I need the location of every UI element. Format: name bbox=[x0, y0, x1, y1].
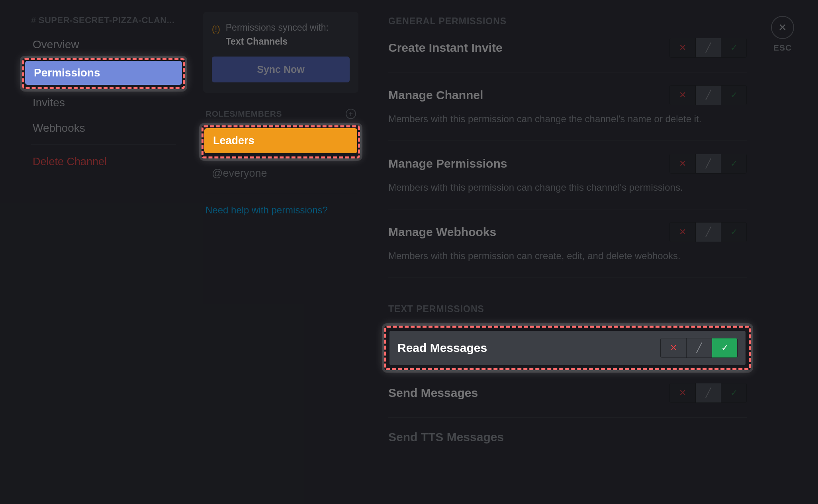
delete-channel-button[interactable]: Delete Channel bbox=[24, 150, 183, 174]
perm-pass-button[interactable]: ╱ bbox=[695, 154, 721, 173]
perm-title: Manage Permissions bbox=[388, 157, 507, 170]
perm-allow-button[interactable]: ✓ bbox=[721, 223, 746, 242]
perm-pass-button[interactable]: ╱ bbox=[695, 38, 721, 57]
channel-title: # SUPER-SECRET-PIZZA-CLAN... bbox=[24, 12, 183, 33]
perm-deny-button[interactable]: ✕ bbox=[661, 338, 686, 357]
perm-deny-button[interactable]: ✕ bbox=[670, 38, 695, 57]
text-permissions-heading: TEXT PERMISSIONS bbox=[388, 304, 747, 315]
perm-manage-permissions: Manage Permissions ✕ ╱ ✓ Members with th… bbox=[388, 154, 747, 196]
perm-title: Send Messages bbox=[388, 386, 478, 400]
perm-allow-button[interactable]: ✓ bbox=[721, 154, 746, 173]
permissions-panel: GENERAL PERMISSIONS Create Instant Invit… bbox=[388, 16, 747, 445]
perm-allow-button[interactable]: ✓ bbox=[712, 338, 737, 357]
perm-deny-button[interactable]: ✕ bbox=[670, 383, 695, 402]
perm-allow-button[interactable]: ✓ bbox=[721, 38, 746, 57]
perm-desc: Members with this permission can change … bbox=[388, 112, 731, 126]
role-item-leaders[interactable]: Leaders bbox=[204, 128, 357, 153]
highlight-read-messages: Read Messages ✕ ╱ ✓ bbox=[384, 326, 751, 370]
sidebar-item-overview[interactable]: Overview bbox=[24, 33, 183, 57]
perm-divider bbox=[388, 209, 747, 209]
perm-create-instant-invite: Create Instant Invite ✕ ╱ ✓ bbox=[388, 38, 747, 59]
roles-divider bbox=[205, 194, 357, 194]
perm-pass-button[interactable]: ╱ bbox=[695, 86, 721, 105]
perm-manage-webhooks: Manage Webhooks ✕ ╱ ✓ Members with this … bbox=[388, 222, 747, 265]
roles-heading: ROLES/MEMBERS bbox=[205, 109, 282, 119]
sidebar-divider bbox=[31, 144, 176, 145]
sync-now-button[interactable]: Sync Now bbox=[212, 57, 350, 82]
perm-read-messages: Read Messages ✕ ╱ ✓ bbox=[389, 331, 746, 365]
perm-desc: Members with this permission can change … bbox=[388, 181, 731, 195]
perm-toggle: ✕ ╱ ✓ bbox=[669, 154, 747, 174]
settings-sidebar: # SUPER-SECRET-PIZZA-CLAN... Overview Pe… bbox=[24, 12, 183, 174]
perm-desc: Members with this permission can create,… bbox=[388, 249, 731, 263]
perm-divider bbox=[388, 72, 747, 72]
close-button[interactable]: ✕ bbox=[771, 16, 794, 39]
perm-title: Manage Webhooks bbox=[388, 225, 496, 239]
perm-divider bbox=[388, 141, 747, 141]
help-permissions-link[interactable]: Need help with permissions? bbox=[203, 202, 358, 218]
perm-title: Send TTS Messages bbox=[388, 430, 504, 444]
sync-line: Permissions synced with: bbox=[226, 21, 329, 34]
add-role-button[interactable]: + bbox=[346, 109, 356, 119]
perm-allow-button[interactable]: ✓ bbox=[721, 383, 746, 402]
close-area: ✕ ESC bbox=[771, 16, 794, 53]
perm-toggle: ✕ ╱ ✓ bbox=[669, 38, 747, 58]
channel-name-text: SUPER-SECRET-PIZZA-CLAN... bbox=[39, 15, 175, 25]
roles-column: (!) Permissions synced with: Text Channe… bbox=[203, 12, 358, 218]
perm-deny-button[interactable]: ✕ bbox=[670, 154, 695, 173]
sync-category: Text Channels bbox=[226, 35, 329, 48]
perm-deny-button[interactable]: ✕ bbox=[670, 86, 695, 105]
warning-icon: (!) bbox=[212, 23, 220, 35]
perm-send-tts-messages: Send TTS Messages bbox=[388, 430, 747, 445]
perm-title: Create Instant Invite bbox=[388, 41, 503, 55]
sidebar-item-webhooks[interactable]: Webhooks bbox=[24, 116, 183, 140]
esc-label: ESC bbox=[771, 43, 794, 53]
hash-icon: # bbox=[31, 15, 36, 25]
general-permissions-heading: GENERAL PERMISSIONS bbox=[388, 16, 747, 27]
perm-send-messages: Send Messages ✕ ╱ ✓ bbox=[388, 383, 747, 404]
sidebar-item-invites[interactable]: Invites bbox=[24, 91, 183, 115]
highlight-permissions-tab: Permissions bbox=[22, 58, 185, 89]
perm-pass-button[interactable]: ╱ bbox=[695, 223, 721, 242]
perm-allow-button[interactable]: ✓ bbox=[721, 86, 746, 105]
perm-manage-channel: Manage Channel ✕ ╱ ✓ Members with this p… bbox=[388, 85, 747, 128]
perm-pass-button[interactable]: ╱ bbox=[686, 338, 712, 357]
highlight-leaders-role: Leaders bbox=[202, 125, 360, 158]
perm-divider bbox=[388, 277, 747, 277]
sidebar-item-permissions[interactable]: Permissions bbox=[25, 61, 182, 85]
perm-pass-button[interactable]: ╱ bbox=[695, 383, 721, 402]
perm-divider bbox=[388, 417, 747, 418]
perm-title: Read Messages bbox=[397, 341, 487, 355]
perm-toggle: ✕ ╱ ✓ bbox=[660, 338, 738, 358]
perm-deny-button[interactable]: ✕ bbox=[670, 223, 695, 242]
perm-toggle: ✕ ╱ ✓ bbox=[669, 222, 747, 242]
perm-toggle: ✕ ╱ ✓ bbox=[669, 85, 747, 105]
sync-card: (!) Permissions synced with: Text Channe… bbox=[203, 12, 358, 93]
perm-title: Manage Channel bbox=[388, 88, 483, 102]
role-item-everyone[interactable]: @everyone bbox=[203, 161, 358, 186]
perm-toggle: ✕ ╱ ✓ bbox=[669, 383, 747, 403]
